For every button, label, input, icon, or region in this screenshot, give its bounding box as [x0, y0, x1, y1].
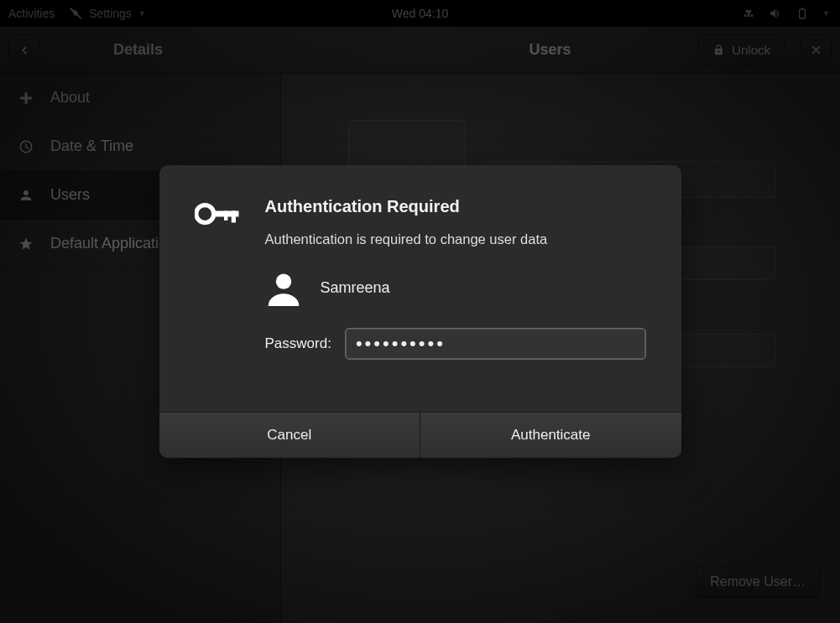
avatar-icon: [265, 269, 302, 306]
svg-point-0: [196, 205, 213, 223]
auth-dialog: Authentication Required Authentication i…: [159, 165, 681, 458]
key-icon: [195, 197, 242, 360]
cancel-button[interactable]: Cancel: [159, 413, 420, 458]
svg-rect-2: [231, 211, 235, 223]
dialog-user-name: Samreena: [321, 279, 390, 297]
svg-rect-3: [224, 211, 227, 221]
password-input[interactable]: [345, 328, 646, 360]
auth-dialog-overlay: Authentication Required Authentication i…: [0, 0, 840, 623]
password-label: Password:: [265, 335, 331, 352]
svg-point-4: [275, 274, 290, 289]
authenticate-button[interactable]: Authenticate: [420, 413, 681, 458]
dialog-title: Authentication Required: [265, 197, 646, 216]
dialog-message: Authentication is required to change use…: [265, 231, 646, 247]
